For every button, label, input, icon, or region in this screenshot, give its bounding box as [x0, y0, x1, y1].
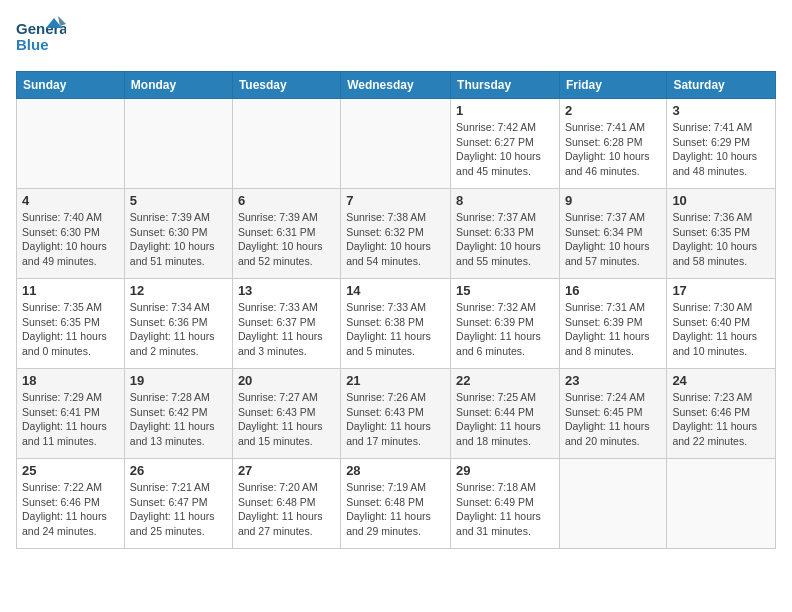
- calendar-cell: 26Sunrise: 7:21 AM Sunset: 6:47 PM Dayli…: [124, 459, 232, 549]
- weekday-header-sunday: Sunday: [17, 72, 125, 99]
- day-info: Sunrise: 7:38 AM Sunset: 6:32 PM Dayligh…: [346, 210, 445, 269]
- calendar-cell: 7Sunrise: 7:38 AM Sunset: 6:32 PM Daylig…: [341, 189, 451, 279]
- calendar-cell: 6Sunrise: 7:39 AM Sunset: 6:31 PM Daylig…: [232, 189, 340, 279]
- day-info: Sunrise: 7:40 AM Sunset: 6:30 PM Dayligh…: [22, 210, 119, 269]
- day-info: Sunrise: 7:37 AM Sunset: 6:34 PM Dayligh…: [565, 210, 661, 269]
- day-number: 29: [456, 463, 554, 478]
- calendar-cell: [232, 99, 340, 189]
- day-number: 24: [672, 373, 770, 388]
- weekday-header-friday: Friday: [559, 72, 666, 99]
- day-info: Sunrise: 7:37 AM Sunset: 6:33 PM Dayligh…: [456, 210, 554, 269]
- day-info: Sunrise: 7:26 AM Sunset: 6:43 PM Dayligh…: [346, 390, 445, 449]
- calendar-cell: 20Sunrise: 7:27 AM Sunset: 6:43 PM Dayli…: [232, 369, 340, 459]
- calendar-cell: 18Sunrise: 7:29 AM Sunset: 6:41 PM Dayli…: [17, 369, 125, 459]
- day-info: Sunrise: 7:28 AM Sunset: 6:42 PM Dayligh…: [130, 390, 227, 449]
- day-info: Sunrise: 7:35 AM Sunset: 6:35 PM Dayligh…: [22, 300, 119, 359]
- day-number: 9: [565, 193, 661, 208]
- day-number: 14: [346, 283, 445, 298]
- day-info: Sunrise: 7:21 AM Sunset: 6:47 PM Dayligh…: [130, 480, 227, 539]
- day-number: 15: [456, 283, 554, 298]
- calendar-cell: [341, 99, 451, 189]
- day-info: Sunrise: 7:36 AM Sunset: 6:35 PM Dayligh…: [672, 210, 770, 269]
- calendar-cell: [559, 459, 666, 549]
- day-info: Sunrise: 7:31 AM Sunset: 6:39 PM Dayligh…: [565, 300, 661, 359]
- calendar-cell: [667, 459, 776, 549]
- day-number: 22: [456, 373, 554, 388]
- svg-text:General: General: [16, 20, 66, 37]
- day-number: 12: [130, 283, 227, 298]
- weekday-header-wednesday: Wednesday: [341, 72, 451, 99]
- calendar-cell: 25Sunrise: 7:22 AM Sunset: 6:46 PM Dayli…: [17, 459, 125, 549]
- day-number: 19: [130, 373, 227, 388]
- calendar-week-row: 1Sunrise: 7:42 AM Sunset: 6:27 PM Daylig…: [17, 99, 776, 189]
- day-number: 7: [346, 193, 445, 208]
- calendar-cell: 8Sunrise: 7:37 AM Sunset: 6:33 PM Daylig…: [451, 189, 560, 279]
- day-number: 4: [22, 193, 119, 208]
- day-number: 20: [238, 373, 335, 388]
- calendar-cell: 21Sunrise: 7:26 AM Sunset: 6:43 PM Dayli…: [341, 369, 451, 459]
- calendar-cell: 16Sunrise: 7:31 AM Sunset: 6:39 PM Dayli…: [559, 279, 666, 369]
- calendar-week-row: 11Sunrise: 7:35 AM Sunset: 6:35 PM Dayli…: [17, 279, 776, 369]
- calendar-cell: 3Sunrise: 7:41 AM Sunset: 6:29 PM Daylig…: [667, 99, 776, 189]
- day-info: Sunrise: 7:24 AM Sunset: 6:45 PM Dayligh…: [565, 390, 661, 449]
- day-info: Sunrise: 7:27 AM Sunset: 6:43 PM Dayligh…: [238, 390, 335, 449]
- calendar-cell: 10Sunrise: 7:36 AM Sunset: 6:35 PM Dayli…: [667, 189, 776, 279]
- calendar-cell: [124, 99, 232, 189]
- calendar-week-row: 18Sunrise: 7:29 AM Sunset: 6:41 PM Dayli…: [17, 369, 776, 459]
- day-info: Sunrise: 7:25 AM Sunset: 6:44 PM Dayligh…: [456, 390, 554, 449]
- calendar-cell: [17, 99, 125, 189]
- calendar-cell: 22Sunrise: 7:25 AM Sunset: 6:44 PM Dayli…: [451, 369, 560, 459]
- day-number: 21: [346, 373, 445, 388]
- weekday-header-thursday: Thursday: [451, 72, 560, 99]
- calendar-cell: 9Sunrise: 7:37 AM Sunset: 6:34 PM Daylig…: [559, 189, 666, 279]
- calendar-cell: 4Sunrise: 7:40 AM Sunset: 6:30 PM Daylig…: [17, 189, 125, 279]
- day-info: Sunrise: 7:29 AM Sunset: 6:41 PM Dayligh…: [22, 390, 119, 449]
- calendar-cell: 13Sunrise: 7:33 AM Sunset: 6:37 PM Dayli…: [232, 279, 340, 369]
- day-info: Sunrise: 7:20 AM Sunset: 6:48 PM Dayligh…: [238, 480, 335, 539]
- calendar-week-row: 4Sunrise: 7:40 AM Sunset: 6:30 PM Daylig…: [17, 189, 776, 279]
- calendar-cell: 28Sunrise: 7:19 AM Sunset: 6:48 PM Dayli…: [341, 459, 451, 549]
- calendar-cell: 29Sunrise: 7:18 AM Sunset: 6:49 PM Dayli…: [451, 459, 560, 549]
- calendar-cell: 24Sunrise: 7:23 AM Sunset: 6:46 PM Dayli…: [667, 369, 776, 459]
- calendar-cell: 14Sunrise: 7:33 AM Sunset: 6:38 PM Dayli…: [341, 279, 451, 369]
- calendar-cell: 11Sunrise: 7:35 AM Sunset: 6:35 PM Dayli…: [17, 279, 125, 369]
- day-info: Sunrise: 7:30 AM Sunset: 6:40 PM Dayligh…: [672, 300, 770, 359]
- calendar-cell: 12Sunrise: 7:34 AM Sunset: 6:36 PM Dayli…: [124, 279, 232, 369]
- day-info: Sunrise: 7:33 AM Sunset: 6:37 PM Dayligh…: [238, 300, 335, 359]
- weekday-header-saturday: Saturday: [667, 72, 776, 99]
- weekday-header-tuesday: Tuesday: [232, 72, 340, 99]
- calendar-cell: 2Sunrise: 7:41 AM Sunset: 6:28 PM Daylig…: [559, 99, 666, 189]
- day-number: 13: [238, 283, 335, 298]
- calendar-week-row: 25Sunrise: 7:22 AM Sunset: 6:46 PM Dayli…: [17, 459, 776, 549]
- day-number: 6: [238, 193, 335, 208]
- calendar-table: SundayMondayTuesdayWednesdayThursdayFrid…: [16, 71, 776, 549]
- day-info: Sunrise: 7:19 AM Sunset: 6:48 PM Dayligh…: [346, 480, 445, 539]
- calendar-cell: 23Sunrise: 7:24 AM Sunset: 6:45 PM Dayli…: [559, 369, 666, 459]
- logo-svg: General Blue: [16, 16, 66, 61]
- day-number: 1: [456, 103, 554, 118]
- day-info: Sunrise: 7:22 AM Sunset: 6:46 PM Dayligh…: [22, 480, 119, 539]
- weekday-header-row: SundayMondayTuesdayWednesdayThursdayFrid…: [17, 72, 776, 99]
- calendar-cell: 27Sunrise: 7:20 AM Sunset: 6:48 PM Dayli…: [232, 459, 340, 549]
- calendar-cell: 17Sunrise: 7:30 AM Sunset: 6:40 PM Dayli…: [667, 279, 776, 369]
- day-number: 18: [22, 373, 119, 388]
- weekday-header-monday: Monday: [124, 72, 232, 99]
- logo: General Blue: [16, 16, 66, 61]
- svg-text:Blue: Blue: [16, 36, 49, 53]
- day-number: 23: [565, 373, 661, 388]
- day-number: 25: [22, 463, 119, 478]
- calendar-cell: 5Sunrise: 7:39 AM Sunset: 6:30 PM Daylig…: [124, 189, 232, 279]
- calendar-cell: 19Sunrise: 7:28 AM Sunset: 6:42 PM Dayli…: [124, 369, 232, 459]
- day-number: 17: [672, 283, 770, 298]
- day-info: Sunrise: 7:42 AM Sunset: 6:27 PM Dayligh…: [456, 120, 554, 179]
- day-info: Sunrise: 7:41 AM Sunset: 6:29 PM Dayligh…: [672, 120, 770, 179]
- day-number: 8: [456, 193, 554, 208]
- day-number: 5: [130, 193, 227, 208]
- day-number: 2: [565, 103, 661, 118]
- calendar-cell: 1Sunrise: 7:42 AM Sunset: 6:27 PM Daylig…: [451, 99, 560, 189]
- day-number: 27: [238, 463, 335, 478]
- day-info: Sunrise: 7:39 AM Sunset: 6:30 PM Dayligh…: [130, 210, 227, 269]
- day-info: Sunrise: 7:32 AM Sunset: 6:39 PM Dayligh…: [456, 300, 554, 359]
- day-number: 10: [672, 193, 770, 208]
- day-info: Sunrise: 7:33 AM Sunset: 6:38 PM Dayligh…: [346, 300, 445, 359]
